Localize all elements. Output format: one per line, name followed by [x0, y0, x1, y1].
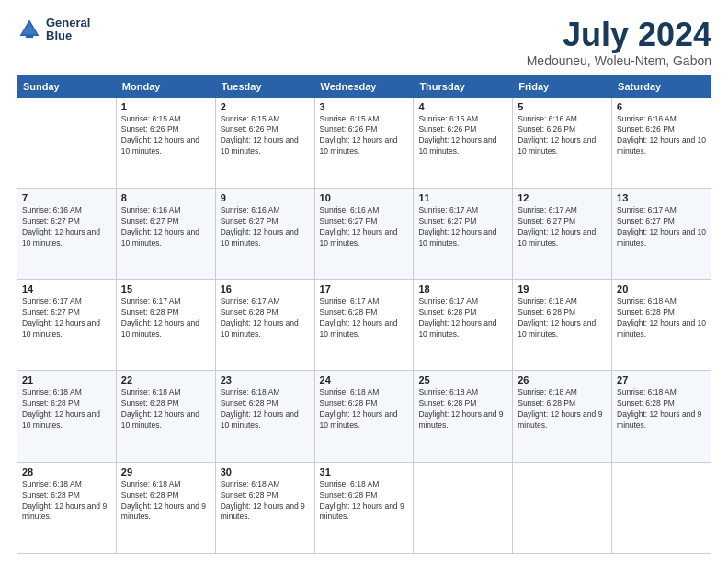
calendar-cell: 17Sunrise: 6:17 AMSunset: 6:28 PMDayligh…	[314, 280, 414, 371]
calendar-cell: 4Sunrise: 6:15 AMSunset: 6:26 PMDaylight…	[414, 97, 513, 188]
day-number: 22	[121, 374, 210, 385]
calendar-cell: 29Sunrise: 6:18 AMSunset: 6:28 PMDayligh…	[116, 462, 215, 553]
day-info: Sunrise: 6:15 AMSunset: 6:26 PMDaylight:…	[221, 114, 310, 158]
day-number: 30	[221, 466, 310, 477]
calendar-cell: 31Sunrise: 6:18 AMSunset: 6:28 PMDayligh…	[314, 462, 414, 553]
weekday-header-sunday: Sunday	[17, 75, 117, 97]
page: General Blue July 2024 Medouneu, Woleu-N…	[0, 0, 728, 563]
day-number: 27	[617, 374, 706, 385]
day-info: Sunrise: 6:16 AMSunset: 6:27 PMDaylight:…	[221, 205, 310, 249]
calendar-cell: 27Sunrise: 6:18 AMSunset: 6:28 PMDayligh…	[612, 371, 711, 462]
calendar-week-5: 28Sunrise: 6:18 AMSunset: 6:28 PMDayligh…	[17, 462, 711, 553]
weekday-header-friday: Friday	[513, 75, 612, 97]
weekday-header-row: SundayMondayTuesdayWednesdayThursdayFrid…	[17, 75, 711, 97]
day-info: Sunrise: 6:17 AMSunset: 6:28 PMDaylight:…	[121, 296, 210, 340]
day-info: Sunrise: 6:18 AMSunset: 6:28 PMDaylight:…	[221, 479, 310, 523]
calendar-cell: 21Sunrise: 6:18 AMSunset: 6:28 PMDayligh…	[17, 371, 117, 462]
day-info: Sunrise: 6:15 AMSunset: 6:26 PMDaylight:…	[121, 114, 210, 158]
calendar-cell: 13Sunrise: 6:17 AMSunset: 6:27 PMDayligh…	[612, 188, 711, 279]
day-number: 9	[221, 192, 310, 203]
day-number: 24	[320, 374, 409, 385]
day-info: Sunrise: 6:17 AMSunset: 6:27 PMDaylight:…	[418, 205, 507, 249]
day-number: 17	[320, 283, 409, 294]
day-info: Sunrise: 6:18 AMSunset: 6:28 PMDaylight:…	[418, 387, 507, 431]
day-info: Sunrise: 6:16 AMSunset: 6:26 PMDaylight:…	[518, 114, 607, 158]
weekday-header-wednesday: Wednesday	[314, 75, 414, 97]
day-info: Sunrise: 6:17 AMSunset: 6:27 PMDaylight:…	[518, 205, 607, 249]
day-number: 3	[320, 101, 409, 112]
day-info: Sunrise: 6:17 AMSunset: 6:27 PMDaylight:…	[22, 296, 111, 340]
calendar-cell: 26Sunrise: 6:18 AMSunset: 6:28 PMDayligh…	[513, 371, 612, 462]
calendar-cell	[17, 97, 117, 188]
calendar-cell: 10Sunrise: 6:16 AMSunset: 6:27 PMDayligh…	[314, 188, 414, 279]
day-number: 28	[22, 466, 111, 477]
day-number: 1	[121, 101, 210, 112]
calendar-cell: 6Sunrise: 6:16 AMSunset: 6:26 PMDaylight…	[612, 97, 711, 188]
svg-rect-3	[26, 35, 33, 39]
day-number: 2	[221, 101, 310, 112]
day-info: Sunrise: 6:15 AMSunset: 6:26 PMDaylight:…	[320, 114, 409, 158]
day-number: 7	[22, 192, 111, 203]
weekday-header-tuesday: Tuesday	[215, 75, 314, 97]
weekday-header-saturday: Saturday	[612, 75, 711, 97]
title-block: July 2024 Medouneu, Woleu-Ntem, Gabon	[527, 17, 711, 68]
day-number: 23	[221, 374, 310, 385]
calendar-week-2: 7Sunrise: 6:16 AMSunset: 6:27 PMDaylight…	[17, 188, 711, 279]
calendar-cell: 9Sunrise: 6:16 AMSunset: 6:27 PMDaylight…	[215, 188, 314, 279]
weekday-header-thursday: Thursday	[414, 75, 513, 97]
calendar-cell: 25Sunrise: 6:18 AMSunset: 6:28 PMDayligh…	[414, 371, 513, 462]
day-number: 10	[320, 192, 409, 203]
calendar-cell	[612, 462, 711, 553]
day-info: Sunrise: 6:17 AMSunset: 6:28 PMDaylight:…	[221, 296, 310, 340]
calendar-cell: 8Sunrise: 6:16 AMSunset: 6:27 PMDaylight…	[116, 188, 215, 279]
day-number: 21	[22, 374, 111, 385]
header: General Blue July 2024 Medouneu, Woleu-N…	[17, 17, 711, 68]
day-number: 13	[617, 192, 706, 203]
day-info: Sunrise: 6:16 AMSunset: 6:27 PMDaylight:…	[22, 205, 111, 249]
logo-line2: Blue	[46, 29, 90, 42]
day-number: 11	[418, 192, 507, 203]
day-info: Sunrise: 6:18 AMSunset: 6:28 PMDaylight:…	[320, 479, 409, 523]
day-number: 14	[22, 283, 111, 294]
calendar-cell: 18Sunrise: 6:17 AMSunset: 6:28 PMDayligh…	[414, 280, 513, 371]
main-title: July 2024	[527, 17, 711, 53]
day-info: Sunrise: 6:17 AMSunset: 6:28 PMDaylight:…	[320, 296, 409, 340]
day-number: 20	[617, 283, 706, 294]
day-number: 31	[320, 466, 409, 477]
calendar-cell: 12Sunrise: 6:17 AMSunset: 6:27 PMDayligh…	[513, 188, 612, 279]
weekday-header-monday: Monday	[116, 75, 215, 97]
day-number: 19	[518, 283, 607, 294]
calendar-cell: 5Sunrise: 6:16 AMSunset: 6:26 PMDaylight…	[513, 97, 612, 188]
day-number: 8	[121, 192, 210, 203]
calendar-cell: 20Sunrise: 6:18 AMSunset: 6:28 PMDayligh…	[612, 280, 711, 371]
day-info: Sunrise: 6:16 AMSunset: 6:27 PMDaylight:…	[320, 205, 409, 249]
day-info: Sunrise: 6:18 AMSunset: 6:28 PMDaylight:…	[121, 387, 210, 431]
calendar-cell: 1Sunrise: 6:15 AMSunset: 6:26 PMDaylight…	[116, 97, 215, 188]
day-number: 25	[418, 374, 507, 385]
day-number: 26	[518, 374, 607, 385]
calendar-cell: 23Sunrise: 6:18 AMSunset: 6:28 PMDayligh…	[215, 371, 314, 462]
calendar-cell: 7Sunrise: 6:16 AMSunset: 6:27 PMDaylight…	[17, 188, 117, 279]
logo-icon	[17, 17, 42, 42]
day-info: Sunrise: 6:18 AMSunset: 6:28 PMDaylight:…	[221, 387, 310, 431]
day-number: 12	[518, 192, 607, 203]
calendar-cell: 2Sunrise: 6:15 AMSunset: 6:26 PMDaylight…	[215, 97, 314, 188]
day-info: Sunrise: 6:18 AMSunset: 6:28 PMDaylight:…	[121, 479, 210, 523]
calendar-cell	[414, 462, 513, 553]
calendar-cell: 24Sunrise: 6:18 AMSunset: 6:28 PMDayligh…	[314, 371, 414, 462]
day-info: Sunrise: 6:18 AMSunset: 6:28 PMDaylight:…	[617, 387, 706, 431]
day-number: 18	[418, 283, 507, 294]
day-number: 29	[121, 466, 210, 477]
calendar-week-4: 21Sunrise: 6:18 AMSunset: 6:28 PMDayligh…	[17, 371, 711, 462]
calendar-cell: 19Sunrise: 6:18 AMSunset: 6:28 PMDayligh…	[513, 280, 612, 371]
calendar-cell: 16Sunrise: 6:17 AMSunset: 6:28 PMDayligh…	[215, 280, 314, 371]
day-info: Sunrise: 6:16 AMSunset: 6:26 PMDaylight:…	[617, 114, 706, 158]
calendar-cell: 3Sunrise: 6:15 AMSunset: 6:26 PMDaylight…	[314, 97, 414, 188]
day-number: 5	[518, 101, 607, 112]
calendar-week-1: 1Sunrise: 6:15 AMSunset: 6:26 PMDaylight…	[17, 97, 711, 188]
day-info: Sunrise: 6:18 AMSunset: 6:28 PMDaylight:…	[518, 387, 607, 431]
calendar-cell: 22Sunrise: 6:18 AMSunset: 6:28 PMDayligh…	[116, 371, 215, 462]
calendar-cell: 11Sunrise: 6:17 AMSunset: 6:27 PMDayligh…	[414, 188, 513, 279]
calendar-cell: 15Sunrise: 6:17 AMSunset: 6:28 PMDayligh…	[116, 280, 215, 371]
day-info: Sunrise: 6:17 AMSunset: 6:27 PMDaylight:…	[617, 205, 706, 249]
